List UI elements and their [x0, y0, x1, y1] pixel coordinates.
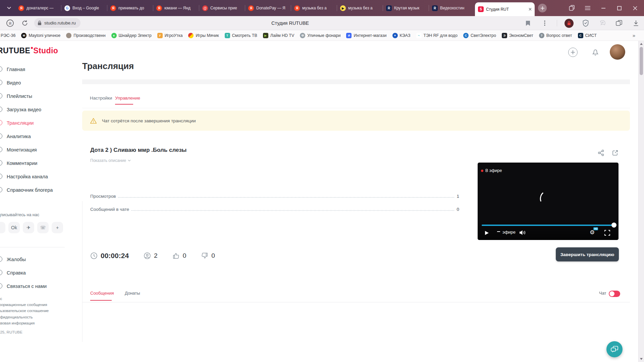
bookmark-item[interactable]: ЭЭкономСвет: [502, 33, 533, 38]
new-tab-button[interactable]: [538, 4, 547, 12]
scroll-down-icon[interactable]: [640, 358, 643, 360]
bookmark-item[interactable]: Производственн: [66, 33, 105, 38]
browser-tab[interactable]: Я музыка без а: [291, 0, 337, 16]
browser-tab[interactable]: Я DonatePay — Я: [245, 0, 291, 16]
bookmark-item[interactable]: MMaytoni уличное: [21, 33, 60, 38]
tab-settings[interactable]: Настройки: [90, 96, 112, 101]
bookmark-item[interactable]: TСмотреть ТВ: [225, 33, 257, 38]
tab-management[interactable]: Управление: [115, 96, 140, 101]
minimize-icon[interactable]: [599, 4, 608, 12]
bookmark-item[interactable]: УИгроУтка: [157, 33, 183, 38]
sidebar-item-contact[interactable]: Связаться с нами: [0, 280, 67, 293]
kebab-menu-icon[interactable]: [540, 18, 549, 28]
show-description-toggle[interactable]: Показать описание: [90, 158, 131, 163]
scroll-up-icon[interactable]: [640, 43, 643, 45]
chat-windows-icon: [610, 346, 619, 353]
ok-icon[interactable]: Ok: [8, 222, 20, 233]
sidebar-item-playlists[interactable]: Плейлисты: [0, 89, 67, 103]
broadcast-icon: [0, 120, 2, 125]
volume-icon[interactable]: [519, 230, 527, 235]
footer-link[interactable]: льзовательское соглашение: [0, 308, 49, 314]
sidebar-label: Справка: [7, 270, 26, 276]
sidebar-item-help[interactable]: Справка: [0, 266, 67, 280]
bookmark-label: Уличные фонари: [307, 33, 340, 38]
sidebar-item-channel-settings[interactable]: Настройка канала: [0, 170, 67, 183]
browser-tab[interactable]: ▶ музыка без а: [337, 0, 383, 16]
end-stream-button[interactable]: Завершить трансляцию: [556, 247, 619, 261]
fullscreen-icon[interactable]: [604, 230, 610, 236]
tab-title: DonatePay — Я: [256, 6, 288, 10]
bookmark-item[interactable]: ФУличные фонари: [300, 33, 340, 38]
footer-link[interactable]: ас: [0, 296, 49, 302]
rocket-icon[interactable]: [598, 18, 607, 28]
telegram-icon[interactable]: ✈: [23, 222, 34, 233]
browser-tab[interactable]: Я донаталерс —: [15, 0, 61, 16]
vk-icon[interactable]: :: [0, 222, 5, 233]
sidebar-item-video[interactable]: Видео: [0, 76, 67, 89]
download-icon[interactable]: [631, 18, 641, 28]
guide-icon: [0, 187, 2, 192]
bookmark-label: Производственн: [73, 33, 105, 38]
share-icon[interactable]: [598, 149, 604, 156]
browser-tab[interactable]: R Видеохостин: [429, 0, 475, 16]
bookmark-item[interactable]: ~ТЭН RF для водо: [416, 33, 458, 38]
page-scrollbar[interactable]: [638, 41, 644, 362]
chat-tab-messages[interactable]: Сообщения: [90, 291, 114, 296]
progress-knob[interactable]: [611, 223, 616, 228]
sidebar-item-blogger-guide[interactable]: Справочник блогера: [0, 183, 67, 197]
tab-panels-icon[interactable]: [568, 4, 576, 12]
bookmark-item[interactable]: CСветЭлектро: [463, 33, 496, 38]
bookmark-item[interactable]: РЭС-36: [1, 33, 15, 38]
bookmark-flag-icon[interactable]: [523, 18, 533, 28]
logo-studio-text: Studio: [33, 46, 58, 55]
more-socials-icon[interactable]: +: [52, 222, 63, 233]
chat-toggle[interactable]: [609, 291, 620, 297]
footer-link[interactable]: формационные сообщения: [0, 302, 49, 308]
bookmark-item[interactable]: ССИСТ: [578, 33, 597, 38]
close-window-icon[interactable]: [631, 4, 639, 12]
bookmark-favicon: M: [21, 33, 26, 38]
sidebar-item-upload[interactable]: Загрузка видео: [0, 103, 67, 116]
browser-menu-icon[interactable]: [583, 4, 592, 12]
sidebar-item-analytics[interactable]: Аналитика: [0, 130, 67, 143]
bookmark-item[interactable]: ?Вопрос ответ: [539, 33, 572, 38]
bookmarks-overflow-icon[interactable]: »: [633, 33, 635, 38]
sidebar-item-broadcasts[interactable]: Трансляции: [0, 116, 67, 130]
protect-shield-icon[interactable]: [581, 18, 590, 28]
side-panel-icon[interactable]: [614, 18, 624, 28]
sidebar-item-comments[interactable]: Комментарии: [0, 157, 67, 170]
bookmark-item[interactable]: ✦КЭАЗ: [392, 33, 411, 38]
browser-tab-active[interactable]: S Студия RUT: [475, 2, 535, 16]
progress-bar[interactable]: [482, 225, 614, 226]
extension-lock-icon[interactable]: [565, 19, 574, 28]
open-external-icon[interactable]: [612, 149, 619, 156]
chat-tab-donates[interactable]: Донаты: [125, 291, 140, 296]
video-player[interactable]: эфире ⚙HD В эфире: [478, 163, 619, 240]
floating-chat-button[interactable]: [606, 341, 623, 357]
sidebar-item-complaints[interactable]: Жалобы: [0, 253, 67, 266]
scrollbar-thumb[interactable]: [640, 47, 643, 75]
dotted-leader: [118, 197, 454, 198]
bookmark-item[interactable]: eШнайдер Электр: [111, 33, 152, 38]
footer-link[interactable]: нфиденциальность: [0, 314, 49, 320]
sidebar-item-monetization[interactable]: Монетизация: [0, 143, 67, 157]
service-favicon: @: [202, 5, 208, 11]
bookmark-item[interactable]: ИИнтернет-магази: [346, 33, 386, 38]
play-icon[interactable]: [485, 231, 489, 235]
bookmark-item[interactable]: ▶Лайм HD TV: [263, 33, 294, 38]
maximize-icon[interactable]: [615, 4, 624, 12]
tab-search-icon[interactable]: [4, 3, 14, 13]
footer-link[interactable]: авовая информация: [0, 320, 49, 326]
tab-close-icon[interactable]: [529, 8, 532, 11]
browser-tab[interactable]: @ Сервисы прие: [199, 0, 245, 16]
browser-tab[interactable]: G Вход – Google: [61, 0, 107, 16]
browser-tab-bar: Я донаталерс — G Вход – Google Я принима…: [0, 0, 644, 16]
quality-gear-icon[interactable]: ⚙HD: [590, 229, 595, 236]
bookmark-item[interactable]: Игры Мячик: [188, 33, 219, 38]
browser-tab[interactable]: Я юмани — Янд: [153, 0, 199, 16]
bookmark-favicon: ▶: [263, 33, 268, 38]
browser-tab[interactable]: R Крутая музык: [383, 0, 429, 16]
sidebar-item-home[interactable]: Главная: [0, 63, 67, 76]
browser-tab[interactable]: Я принимать до: [107, 0, 153, 16]
viber-icon[interactable]: ☏: [37, 222, 49, 233]
